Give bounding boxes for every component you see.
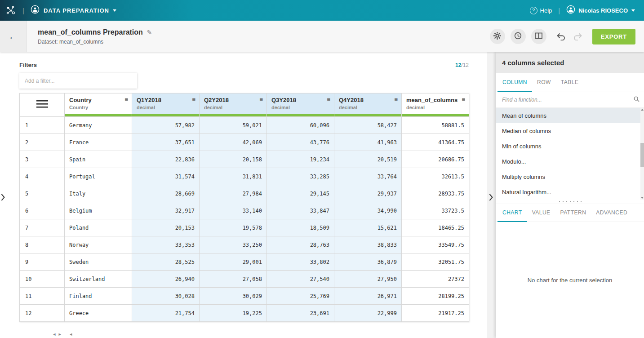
edit-title-icon[interactable]: ✎ <box>147 29 152 36</box>
cell-q4y2018[interactable]: 22,999 <box>334 305 402 322</box>
cell-mean_of_columns[interactable]: 27372 <box>402 271 469 288</box>
cell-country[interactable]: Poland <box>65 219 132 236</box>
cell-q4y2018[interactable]: 58,427 <box>334 117 402 134</box>
expand-left-panel-chevron-icon[interactable] <box>0 193 5 203</box>
cell-q4y2018[interactable]: 15,621 <box>334 219 402 236</box>
scroll-up-icon[interactable] <box>641 109 644 111</box>
history-button[interactable] <box>511 29 526 44</box>
cell-q4y2018[interactable]: 41,963 <box>334 134 402 151</box>
cell-q2y2018[interactable]: 59,021 <box>200 117 267 134</box>
cell-q2y2018[interactable]: 42,069 <box>200 134 267 151</box>
row-number[interactable]: 5 <box>20 185 65 202</box>
cell-q1y2018[interactable]: 57,982 <box>132 117 200 134</box>
back-button[interactable]: ← <box>0 21 27 52</box>
tab-value[interactable]: VALUE <box>527 204 555 222</box>
cell-q2y2018[interactable]: 33,140 <box>200 202 267 219</box>
function-item[interactable]: Natural logarithm... <box>496 184 644 200</box>
cell-country[interactable]: Finland <box>65 288 132 305</box>
cell-country[interactable]: Greece <box>65 305 132 322</box>
cell-q3y2018[interactable]: 28,763 <box>267 236 334 254</box>
cell-q3y2018[interactable]: 18,509 <box>267 219 334 236</box>
cell-q3y2018[interactable]: 19,234 <box>267 151 334 168</box>
talend-logo-icon[interactable] <box>5 5 16 16</box>
user-menu[interactable]: Nicolas RIOSECO <box>566 5 635 16</box>
cell-q3y2018[interactable]: 43,776 <box>267 134 334 151</box>
column-menu-icon[interactable]: ≡ <box>192 96 195 103</box>
cell-q3y2018[interactable]: 33,802 <box>267 254 334 271</box>
cell-country[interactable]: Germany <box>65 117 132 134</box>
tab-row[interactable]: ROW <box>532 73 556 92</box>
row-number[interactable]: 9 <box>20 254 65 271</box>
cell-q1y2018[interactable]: 26,940 <box>132 271 200 288</box>
cell-q1y2018[interactable]: 28,669 <box>132 185 200 202</box>
function-item[interactable]: Median of columns <box>496 123 644 138</box>
scroll-left-button[interactable]: ◂ <box>53 331 56 337</box>
cell-mean_of_columns[interactable]: 20686.75 <box>402 151 469 168</box>
collapse-panel-chevron-icon[interactable] <box>489 193 493 203</box>
cell-q2y2018[interactable]: 29,001 <box>200 254 267 271</box>
function-list-scrollbar[interactable] <box>640 108 644 200</box>
function-search-input[interactable] <box>502 97 634 103</box>
cell-q1y2018[interactable]: 33,353 <box>132 236 200 254</box>
tab-table[interactable]: TABLE <box>556 73 584 92</box>
cell-q4y2018[interactable]: 26,971 <box>334 288 402 305</box>
scroll-left-button[interactable]: ◂ <box>70 331 72 337</box>
cell-q4y2018[interactable]: 29,937 <box>334 185 402 202</box>
cell-q4y2018[interactable]: 20,519 <box>334 151 402 168</box>
function-item[interactable]: Multiply columns <box>496 169 644 184</box>
cell-mean_of_columns[interactable]: 33723.5 <box>402 202 469 219</box>
row-number[interactable]: 4 <box>20 168 65 185</box>
settings-button[interactable] <box>490 29 505 44</box>
cell-country[interactable]: Italy <box>65 185 132 202</box>
cell-q2y2018[interactable]: 30,029 <box>200 288 267 305</box>
function-item[interactable]: Modulo... <box>496 154 644 169</box>
cell-q3y2018[interactable]: 33,285 <box>267 168 334 185</box>
scroll-right-button[interactable]: ▸ <box>59 331 62 337</box>
cell-q2y2018[interactable]: 19,225 <box>200 305 267 322</box>
export-button[interactable]: EXPORT <box>592 29 635 44</box>
cell-country[interactable]: Spain <box>65 151 132 168</box>
cell-q1y2018[interactable]: 21,754 <box>132 305 200 322</box>
cell-q2y2018[interactable]: 27,984 <box>200 185 267 202</box>
cell-mean_of_columns[interactable]: 41364.75 <box>402 134 469 151</box>
column-header-country[interactable]: Country≡Country <box>65 93 132 117</box>
column-header-q2y2018[interactable]: Q2Y2018≡decimal <box>200 93 267 117</box>
cell-country[interactable]: Norway <box>65 236 132 254</box>
cell-q1y2018[interactable]: 20,153 <box>132 219 200 236</box>
column-menu-icon[interactable]: ≡ <box>394 96 398 103</box>
column-header-mean_of_columns[interactable]: mean_of_columns≡decimal <box>402 93 469 117</box>
cell-mean_of_columns[interactable]: 33549.75 <box>402 236 469 254</box>
cell-q4y2018[interactable]: 34,990 <box>334 202 402 219</box>
cell-mean_of_columns[interactable]: 58881.5 <box>402 117 469 134</box>
cell-q1y2018[interactable]: 37,651 <box>132 134 200 151</box>
row-number[interactable]: 11 <box>20 288 65 305</box>
cell-q2y2018[interactable]: 20,158 <box>200 151 267 168</box>
cell-q3y2018[interactable]: 25,769 <box>267 288 334 305</box>
app-switcher[interactable]: DATA PREPARATION <box>31 5 116 16</box>
add-filter-input[interactable] <box>19 73 137 89</box>
cell-country[interactable]: Portugal <box>65 168 132 185</box>
row-number[interactable]: 2 <box>20 134 65 151</box>
cell-q3y2018[interactable]: 23,691 <box>267 305 334 322</box>
cell-q3y2018[interactable]: 60,096 <box>267 117 334 134</box>
cell-q1y2018[interactable]: 31,574 <box>132 168 200 185</box>
cell-q1y2018[interactable]: 32,917 <box>132 202 200 219</box>
row-number[interactable]: 12 <box>20 305 65 322</box>
lookup-button[interactable] <box>531 29 546 44</box>
cell-q2y2018[interactable]: 33,250 <box>200 236 267 254</box>
cell-q4y2018[interactable]: 27,950 <box>334 271 402 288</box>
cell-mean_of_columns[interactable]: 32051.75 <box>402 254 469 271</box>
cell-country[interactable]: Sweden <box>65 254 132 271</box>
column-menu-icon[interactable]: ≡ <box>124 96 128 103</box>
cell-q4y2018[interactable]: 36,879 <box>334 254 402 271</box>
function-item[interactable]: Min of columns <box>496 138 644 154</box>
scroll-down-icon[interactable] <box>641 197 644 199</box>
cell-q2y2018[interactable]: 27,058 <box>200 271 267 288</box>
row-number[interactable]: 1 <box>20 117 65 134</box>
column-menu-icon[interactable]: ≡ <box>462 96 465 103</box>
column-header-q4y2018[interactable]: Q4Y2018≡decimal <box>334 93 402 117</box>
cell-mean_of_columns[interactable]: 21917.25 <box>402 305 469 322</box>
cell-mean_of_columns[interactable]: 32613.5 <box>402 168 469 185</box>
cell-q2y2018[interactable]: 31,831 <box>200 168 267 185</box>
row-number[interactable]: 6 <box>20 202 65 219</box>
